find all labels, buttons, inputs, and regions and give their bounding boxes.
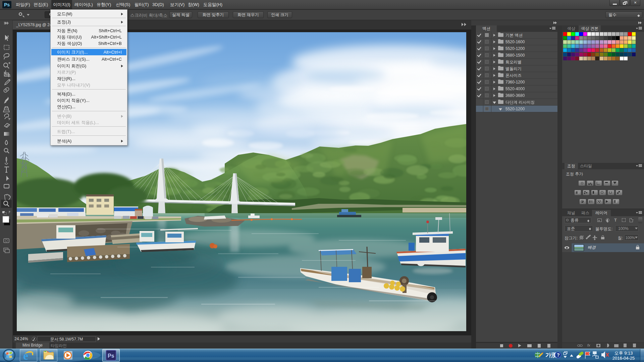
svg-text:e: e xyxy=(23,350,28,361)
svg-text:Ps: Ps xyxy=(108,353,114,359)
svg-text:?: ? xyxy=(557,352,560,358)
